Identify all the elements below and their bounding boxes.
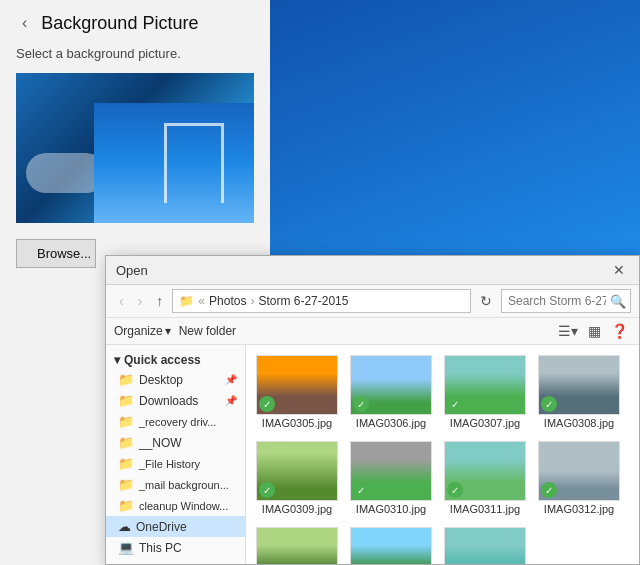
onedrive-icon: ☁: [118, 519, 131, 534]
sidebar-item-label: Downloads: [139, 394, 198, 408]
cleanup-icon: 📁: [118, 498, 134, 513]
breadcrumb-arrow: ›: [250, 294, 254, 308]
file-item[interactable]: ✓IMAG0305.jpg: [252, 351, 342, 433]
open-file-dialog: Open ✕ ‹ › ↑ 📁 « Photos › Storm 6-27-201…: [105, 255, 640, 565]
quick-access-label: Quick access: [124, 353, 201, 367]
sidebar-item-history[interactable]: 📁 _File History: [106, 453, 245, 474]
preview-inner: [94, 103, 254, 223]
file-item[interactable]: ✓IMAG0313.jpg: [252, 523, 342, 564]
preview-pane-button[interactable]: ▦: [585, 322, 604, 340]
search-icon: 🔍: [610, 294, 626, 309]
dialog-actions-right: ☰▾ ▦ ❓: [555, 322, 631, 340]
nav-up-button[interactable]: ↑: [151, 291, 168, 311]
dialog-title: Open: [116, 263, 148, 278]
file-thumbnail: ✓: [350, 527, 432, 564]
check-badge: ✓: [447, 396, 463, 412]
file-item[interactable]: ✓IMAG0310.jpg: [346, 437, 436, 519]
sidebar-item-label: This PC: [139, 541, 182, 555]
recovery-icon: 📁: [118, 414, 134, 429]
organize-button[interactable]: Organize ▾: [114, 324, 171, 338]
dialog-close-button[interactable]: ✕: [609, 262, 629, 278]
nav-forward-button[interactable]: ›: [133, 291, 148, 311]
organize-chevron-icon: ▾: [165, 324, 171, 338]
pin-icon: 📌: [225, 374, 237, 385]
file-name-label: IMAG0311.jpg: [450, 503, 520, 515]
check-badge: ✓: [541, 396, 557, 412]
sidebar-item-thispc[interactable]: 💻 This PC: [106, 537, 245, 558]
check-badge: ✓: [353, 396, 369, 412]
check-badge: ✓: [259, 396, 275, 412]
sidebar-item-desktop[interactable]: 📁 Desktop 📌: [106, 369, 245, 390]
file-item[interactable]: ✓IMAG0314.jpg: [346, 523, 436, 564]
sidebar-item-label: _mail backgroun...: [139, 479, 229, 491]
sidebar-item-cleanup[interactable]: 📁 cleanup Window...: [106, 495, 245, 516]
sidebar-item-label: __NOW: [139, 436, 182, 450]
file-grid: ✓IMAG0305.jpg✓IMAG0306.jpg✓IMAG0307.jpg✓…: [246, 345, 639, 564]
check-badge: ✓: [259, 482, 275, 498]
sidebar-item-downloads[interactable]: 📁 Downloads 📌: [106, 390, 245, 411]
file-thumbnail: ✓: [256, 441, 338, 501]
dialog-body: ▾ Quick access 📁 Desktop 📌 📁 Downloads 📌…: [106, 345, 639, 564]
file-name-label: IMAG0305.jpg: [262, 417, 332, 429]
check-badge: ✓: [541, 482, 557, 498]
breadcrumb[interactable]: 📁 « Photos › Storm 6-27-2015: [172, 289, 471, 313]
bg-back-button[interactable]: ‹: [16, 12, 33, 34]
file-item[interactable]: ✓IMAG0312.jpg6/27/2015 9:59 PMLocated268…: [534, 437, 624, 519]
thispc-icon: 💻: [118, 540, 134, 555]
quick-access-arrow-icon: ▾: [114, 353, 120, 367]
bg-panel-header: ‹ Background Picture: [0, 0, 270, 42]
file-item[interactable]: ✓IMAG0306.jpg: [346, 351, 436, 433]
file-item[interactable]: ✓IMAG0307.jpg: [440, 351, 530, 433]
file-item[interactable]: ✓IMAG0315.jpg: [440, 523, 530, 564]
file-name-label: IMAG0306.jpg: [356, 417, 426, 429]
nav-refresh-button[interactable]: ↻: [475, 291, 497, 311]
file-item[interactable]: ✓IMAG0309.jpg: [252, 437, 342, 519]
sidebar: ▾ Quick access 📁 Desktop 📌 📁 Downloads 📌…: [106, 345, 246, 564]
file-thumbnail: ✓IMAG0312.jpg6/27/2015 9:59 PMLocated268…: [538, 441, 620, 501]
file-item[interactable]: ✓IMAG0308.jpg: [534, 351, 624, 433]
dialog-titlebar: Open ✕: [106, 256, 639, 285]
check-badge: ✓: [447, 482, 463, 498]
dialog-nav-toolbar: ‹ › ↑ 📁 « Photos › Storm 6-27-2015 ↻ 🔍: [106, 285, 639, 318]
new-folder-button[interactable]: New folder: [179, 324, 236, 338]
sidebar-item-label: _File History: [139, 458, 200, 470]
breadcrumb-part-1[interactable]: Photos: [209, 294, 246, 308]
pin-icon: 📌: [225, 395, 237, 406]
sidebar-item-mail[interactable]: 📁 _mail backgroun...: [106, 474, 245, 495]
file-thumbnail: ✓: [350, 441, 432, 501]
desktop-icon: 📁: [118, 372, 134, 387]
file-thumbnail: ✓: [538, 355, 620, 415]
mail-icon: 📁: [118, 477, 134, 492]
bg-panel-title: Background Picture: [41, 13, 198, 34]
breadcrumb-part-2[interactable]: Storm 6-27-2015: [258, 294, 348, 308]
file-name-label: IMAG0308.jpg: [544, 417, 614, 429]
file-name-label: IMAG0309.jpg: [262, 503, 332, 515]
file-thumbnail: ✓: [256, 527, 338, 564]
sidebar-item-label: OneDrive: [136, 520, 187, 534]
now-icon: 📁: [118, 435, 134, 450]
file-name-label: IMAG0310.jpg: [356, 503, 426, 515]
bg-preview-image: [16, 73, 254, 223]
sidebar-item-recovery[interactable]: 📁 _recovery driv...: [106, 411, 245, 432]
search-wrapper: 🔍: [501, 289, 631, 313]
sidebar-item-onedrive[interactable]: ☁ OneDrive: [106, 516, 245, 537]
downloads-icon: 📁: [118, 393, 134, 408]
nav-back-button[interactable]: ‹: [114, 291, 129, 311]
view-toggle-button[interactable]: ☰▾: [555, 322, 581, 340]
sidebar-item-now[interactable]: 📁 __NOW: [106, 432, 245, 453]
file-name-label: IMAG0312.jpg: [544, 503, 614, 515]
sidebar-item-label: _recovery driv...: [139, 416, 216, 428]
quick-access-section[interactable]: ▾ Quick access: [106, 349, 245, 369]
browse-button[interactable]: Browse...: [16, 239, 96, 268]
file-thumbnail: ✓: [256, 355, 338, 415]
preview-shape: [164, 123, 224, 203]
history-icon: 📁: [118, 456, 134, 471]
dialog-actions-bar: Organize ▾ New folder ☰▾ ▦ ❓: [106, 318, 639, 345]
help-button[interactable]: ❓: [608, 322, 631, 340]
bg-panel-subtitle: Select a background picture.: [0, 42, 270, 73]
sidebar-item-label: cleanup Window...: [139, 500, 228, 512]
dialog-actions-left: Organize ▾ New folder: [114, 324, 236, 338]
file-item[interactable]: ✓IMAG0311.jpg: [440, 437, 530, 519]
breadcrumb-sep: «: [198, 294, 205, 308]
file-thumbnail: ✓: [444, 527, 526, 564]
